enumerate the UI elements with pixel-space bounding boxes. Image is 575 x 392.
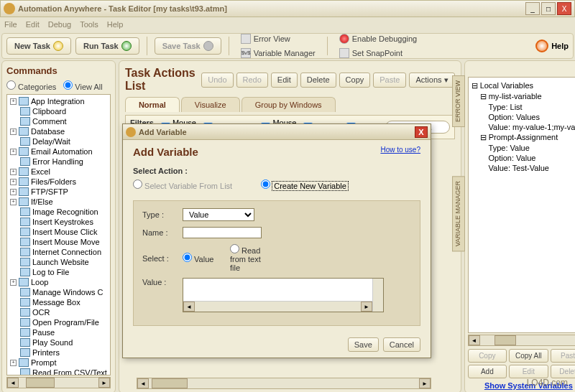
- command-item[interactable]: Open Program/File: [9, 317, 109, 327]
- command-icon: [19, 97, 29, 106]
- command-item[interactable]: +App Integration: [9, 96, 109, 106]
- radio-create-new[interactable]: Create New Variable: [261, 179, 348, 190]
- commands-tree[interactable]: +App IntegrationClipboardComment+Databas…: [6, 94, 111, 375]
- redo-button[interactable]: Redo: [236, 73, 268, 88]
- command-item[interactable]: Delay/Wait: [9, 136, 109, 146]
- command-item[interactable]: Image Recognition: [9, 207, 109, 217]
- command-item[interactable]: +If/Else: [9, 197, 109, 207]
- command-item[interactable]: +Database: [9, 126, 109, 136]
- command-icon: [20, 318, 30, 327]
- command-item[interactable]: +Files/Folders: [9, 177, 109, 187]
- menu-tools[interactable]: Tools: [80, 20, 98, 29]
- command-icon: [20, 298, 30, 307]
- menu-edit[interactable]: Edit: [26, 20, 40, 29]
- copy-button[interactable]: Copy: [339, 73, 371, 88]
- scrollbar-vertical[interactable]: [372, 279, 383, 312]
- set-snappoint-link[interactable]: Set SnapPoint: [335, 47, 422, 60]
- error-view-tab[interactable]: ERROR VIEW: [452, 75, 465, 127]
- help-button[interactable]: Help: [535, 39, 569, 52]
- tab-normal[interactable]: Normal: [125, 97, 180, 112]
- new-task-button[interactable]: New Task: [6, 37, 71, 55]
- command-item[interactable]: +FTP/SFTP: [9, 187, 109, 197]
- command-item[interactable]: Read From CSV/Text: [9, 368, 109, 375]
- command-item[interactable]: Play Sound: [9, 337, 109, 347]
- close-button[interactable]: X: [557, 2, 571, 15]
- scrollbar-horizontal[interactable]: ◄►: [183, 301, 372, 312]
- command-item[interactable]: Printers: [9, 347, 109, 358]
- variable-manager-link[interactable]: $v$Variable Manager: [236, 47, 320, 60]
- paste-button[interactable]: Paste: [373, 73, 406, 88]
- radio-read-from-file[interactable]: Read from text file: [230, 244, 264, 272]
- record-icon: [339, 34, 349, 44]
- delete-button[interactable]: Delete: [300, 73, 336, 88]
- command-item[interactable]: Error Handling: [9, 157, 109, 167]
- command-item[interactable]: Message Box: [9, 297, 109, 307]
- scroll-right-button[interactable]: ►: [98, 378, 110, 388]
- command-item[interactable]: Launch Website: [9, 257, 109, 267]
- menu-file[interactable]: File: [4, 20, 17, 29]
- command-icon: [20, 157, 30, 166]
- cancel-button[interactable]: Cancel: [383, 337, 420, 352]
- toolbar: New Task Run Task Save Task Error View $…: [1, 33, 574, 59]
- command-icon: [20, 288, 30, 297]
- tab-visualize[interactable]: Visualize: [181, 97, 240, 112]
- how-to-use-link[interactable]: How to use?: [380, 146, 420, 154]
- radio-categories[interactable]: Categories: [6, 80, 56, 91]
- command-icon: [19, 177, 29, 186]
- save-button[interactable]: Save: [348, 337, 379, 352]
- save-task-button[interactable]: Save Task: [155, 37, 221, 55]
- run-task-button[interactable]: Run Task: [75, 37, 139, 55]
- var-copy-button[interactable]: Copy: [468, 349, 507, 363]
- tree-node-root[interactable]: ⊟ Local Variables: [472, 80, 575, 91]
- edit-button[interactable]: Edit: [271, 73, 298, 88]
- command-item[interactable]: Log to File: [9, 267, 109, 277]
- scroll-left-button[interactable]: ◄: [469, 335, 480, 345]
- command-item[interactable]: Clipboard: [9, 106, 109, 116]
- command-item[interactable]: Insert Mouse Click: [9, 227, 109, 237]
- minimize-button[interactable]: _: [525, 2, 540, 15]
- command-item[interactable]: +Excel: [9, 167, 109, 177]
- command-item[interactable]: Internet Connection: [9, 247, 109, 257]
- actions-dropdown[interactable]: Actions ▾: [409, 73, 454, 88]
- enable-debugging-link[interactable]: Enable Debugging: [335, 32, 422, 45]
- command-item[interactable]: Manage Windows C: [9, 287, 109, 297]
- tree-node-var2[interactable]: ⊟ Prompt-Assignment: [472, 132, 575, 143]
- radio-select-from-list[interactable]: Select Variable From List: [133, 179, 232, 190]
- radio-viewall[interactable]: View All: [63, 80, 102, 91]
- main-scrollbar[interactable]: ◄ ►: [137, 378, 431, 389]
- scroll-left-button[interactable]: ◄: [137, 378, 149, 388]
- maximize-button[interactable]: □: [541, 2, 556, 15]
- var-add-button[interactable]: Add: [468, 365, 507, 378]
- commands-scrollbar[interactable]: ◄ ►: [6, 377, 111, 388]
- command-item[interactable]: Pause: [9, 327, 109, 337]
- menu-debug[interactable]: Debug: [48, 20, 71, 29]
- type-select[interactable]: Value: [183, 208, 254, 221]
- menu-help[interactable]: Help: [107, 20, 124, 29]
- scroll-right-button[interactable]: ►: [419, 378, 431, 388]
- value-textarea[interactable]: ◄►: [183, 278, 384, 312]
- var-delete-button[interactable]: Delete: [551, 365, 575, 378]
- variables-tree[interactable]: ⊟ Local Variables ⊟ my-list-variable Typ…: [468, 77, 575, 333]
- command-item[interactable]: Insert Mouse Move: [9, 237, 109, 247]
- command-item[interactable]: Comment: [9, 116, 109, 126]
- scroll-left-button[interactable]: ◄: [7, 378, 19, 388]
- variables-scrollbar[interactable]: ◄ ►: [468, 335, 575, 346]
- radio-value[interactable]: Value: [183, 253, 217, 263]
- app-icon: [4, 3, 15, 14]
- command-item[interactable]: OCR: [9, 307, 109, 317]
- tree-leaf: Type: List: [472, 102, 575, 112]
- dialog-close-button[interactable]: X: [415, 126, 428, 138]
- undo-button[interactable]: Undo: [201, 73, 233, 88]
- variable-manager-tab[interactable]: VARIABLE MANAGER: [452, 176, 465, 251]
- command-item[interactable]: +Loop: [9, 277, 109, 287]
- name-input[interactable]: [183, 227, 262, 238]
- var-edit-button[interactable]: Edit: [509, 365, 548, 378]
- error-view-link[interactable]: Error View: [236, 32, 320, 45]
- var-paste-button[interactable]: Paste: [551, 349, 575, 363]
- tab-group-by-windows[interactable]: Group by Windows: [242, 97, 336, 112]
- command-item[interactable]: +Prompt: [9, 358, 109, 368]
- command-item[interactable]: +Email Automation: [9, 146, 109, 157]
- var-copy-all-button[interactable]: Copy All: [509, 349, 548, 363]
- command-item[interactable]: Insert Keystrokes: [9, 217, 109, 227]
- tree-node-var1[interactable]: ⊟ my-list-variable: [472, 91, 575, 102]
